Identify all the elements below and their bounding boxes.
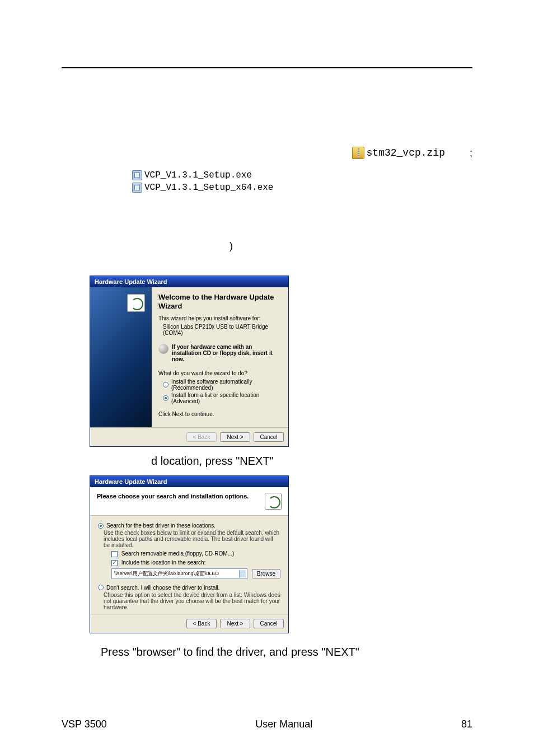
back-button: < Back: [186, 432, 217, 442]
radio-dont-search[interactable]: Don't search. I will choose the driver t…: [98, 585, 280, 591]
radio-label: Install the software automatically (Reco…: [171, 379, 282, 391]
footer-page-number: 81: [461, 718, 472, 730]
stray-paren: ): [229, 240, 233, 251]
wizard-titlebar: Hardware Update Wizard: [90, 276, 288, 287]
cancel-button[interactable]: Cancel: [254, 619, 284, 628]
wizard-subheading: Please choose your search and installati…: [97, 493, 249, 500]
zip-line: stm32_vcp.zip ;: [62, 147, 472, 159]
hardware-wizard-welcome: Hardware Update Wizard Welcome to the Ha…: [90, 276, 289, 447]
wizard-side-graphic: [90, 287, 152, 427]
install-icon: [127, 294, 145, 312]
radio-label: Don't search. I will choose the driver t…: [106, 585, 220, 591]
radio-label: Install from a list or specific location…: [171, 392, 282, 404]
cd-icon: [158, 344, 168, 354]
next-button[interactable]: Next >: [220, 432, 250, 442]
exe-filename-1: VCP_V1.3.1_Setup.exe: [144, 169, 252, 181]
checkbox-label: Search removable media (floppy, CD-ROM..…: [121, 550, 235, 557]
wizard-heading: Welcome to the Hardware Update Wizard: [158, 293, 282, 311]
exe-icon: [132, 183, 142, 193]
instruction-between: d location, press "NEXT": [151, 455, 472, 468]
click-next-hint: Click Next to continue.: [158, 411, 282, 417]
instruction-after: Press "browser" to find the driver, and …: [101, 646, 472, 659]
zip-filename: stm32_vcp.zip: [367, 147, 445, 158]
radio-icon: [163, 395, 168, 401]
cancel-button[interactable]: Cancel: [254, 432, 284, 442]
exe-file-list: VCP_V1.3.1_Setup.exe VCP_V1.3.1_Setup_x6…: [132, 169, 472, 194]
path-value: \\server\用户配置文件夹\laixiaorong\桌面\0LED: [114, 571, 219, 576]
checkbox-label: Include this location in the search:: [121, 559, 206, 566]
exe-icon: [132, 170, 142, 180]
page-footer: VSP 3500 User Manual 81: [62, 718, 472, 730]
device-name: Silicon Labs CP210x USB to UART Bridge (…: [163, 324, 282, 336]
wizard-question: What do you want the wizard to do?: [158, 370, 282, 376]
wizard-titlebar: Hardware Update Wizard: [90, 476, 288, 487]
cd-hint: If your hardware came with an installati…: [172, 344, 282, 362]
dropdown-icon[interactable]: [239, 570, 246, 577]
checkbox-removable-media[interactable]: Search removable media (floppy, CD-ROM..…: [111, 550, 280, 557]
wizard-intro: This wizard helps you install software f…: [158, 315, 282, 321]
checkbox-icon: [111, 551, 118, 557]
next-button[interactable]: Next >: [220, 619, 250, 628]
radio-icon: [163, 382, 168, 388]
radio-install-auto[interactable]: Install the software automatically (Reco…: [163, 379, 282, 391]
browse-button[interactable]: Browse: [252, 569, 280, 578]
search-description: Use the check boxes below to limit or ex…: [104, 530, 280, 548]
hardware-wizard-options: Hardware Update Wizard Please choose you…: [90, 475, 289, 633]
checkbox-icon: [111, 560, 118, 566]
zip-file: stm32_vcp.zip: [352, 147, 445, 159]
zip-tail: ;: [470, 147, 472, 159]
top-rule: [62, 67, 472, 68]
radio-search-best[interactable]: Search for the best driver in these loca…: [98, 522, 280, 529]
radio-icon: [98, 585, 104, 590]
back-button[interactable]: < Back: [186, 619, 217, 628]
zip-icon: [352, 147, 364, 159]
exe-filename-2: VCP_V1.3.1_Setup_x64.exe: [144, 181, 273, 194]
footer-center: User Manual: [255, 718, 312, 730]
install-icon: [265, 493, 282, 510]
radio-label: Search for the best driver in these loca…: [106, 522, 216, 529]
radio-icon: [98, 523, 104, 529]
footer-left: VSP 3500: [62, 718, 107, 730]
dont-search-description: Choose this option to select the device …: [104, 592, 280, 610]
location-path-input[interactable]: \\server\用户配置文件夹\laixiaorong\桌面\0LED: [111, 568, 247, 579]
radio-install-list[interactable]: Install from a list or specific location…: [163, 392, 282, 404]
checkbox-include-location[interactable]: Include this location in the search:: [111, 559, 280, 566]
